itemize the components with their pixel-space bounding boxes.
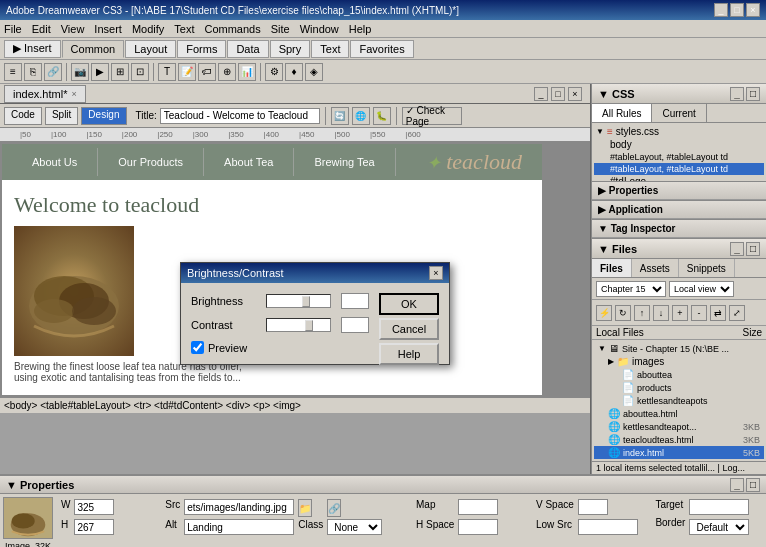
dialog-help-btn[interactable]: Help <box>379 343 439 365</box>
preview-checkbox[interactable] <box>191 341 204 354</box>
file-products[interactable]: 📄 products <box>594 381 764 394</box>
files-tab-snippets[interactable]: Snippets <box>679 259 735 277</box>
menu-help[interactable]: Help <box>349 23 372 35</box>
mode-code[interactable]: Code <box>4 107 42 125</box>
toolbar-insert[interactable]: ▶ Insert <box>4 40 61 58</box>
toolbar-icon-10[interactable]: 🏷 <box>198 63 216 81</box>
menu-site[interactable]: Site <box>271 23 290 35</box>
files-panel-expand[interactable]: □ <box>746 242 760 256</box>
files-panel-minimize[interactable]: _ <box>730 242 744 256</box>
doc-expand-btn[interactable]: □ <box>551 87 565 101</box>
files-download-btn[interactable]: ↓ <box>653 305 669 321</box>
css-rule-tablelayout2[interactable]: #tableLayout, #tableLayout td <box>594 163 764 175</box>
toolbar-icon-2[interactable]: ⎘ <box>24 63 42 81</box>
map-input[interactable] <box>458 499 498 515</box>
file-index-html[interactable]: 🌐 index.html 5KB <box>594 446 764 459</box>
css-tab-all-rules[interactable]: All Rules <box>592 104 652 122</box>
w-input[interactable] <box>74 499 114 515</box>
files-sync-btn[interactable]: ⇄ <box>710 305 726 321</box>
doc-shrink-btn[interactable]: _ <box>534 87 548 101</box>
src-btn2[interactable]: 🔗 <box>327 499 341 517</box>
toolbar-common[interactable]: Common <box>62 40 125 58</box>
menu-insert[interactable]: Insert <box>94 23 122 35</box>
files-tab-assets[interactable]: Assets <box>632 259 679 277</box>
toolbar-icon-12[interactable]: 📊 <box>238 63 256 81</box>
chapter-select[interactable]: Chapter 15 <box>596 281 666 297</box>
css-panel-expand[interactable]: □ <box>746 87 760 101</box>
alt-input[interactable] <box>184 519 294 535</box>
minimize-btn[interactable]: _ <box>714 3 728 17</box>
toolbar-icon-8[interactable]: T <box>158 63 176 81</box>
doc-close-btn[interactable]: × <box>568 87 582 101</box>
brightness-slider[interactable] <box>266 294 331 308</box>
toolbar-icon-15[interactable]: ◈ <box>305 63 323 81</box>
close-btn[interactable]: × <box>746 3 760 17</box>
toolbar-data[interactable]: Data <box>227 40 268 58</box>
src-browse-btn[interactable]: 📁 <box>298 499 312 517</box>
file-teacloud-html[interactable]: 🌐 teacloudteas.html 3KB <box>594 433 764 446</box>
files-upload-btn[interactable]: ↑ <box>634 305 650 321</box>
contrast-value[interactable]: 14 <box>341 317 369 333</box>
file-kettles-html[interactable]: 🌐 kettlesandteapot... 3KB <box>594 420 764 433</box>
toolbar-icon-13[interactable]: ⚙ <box>265 63 283 81</box>
file-kettles[interactable]: 📄 kettlesandteapots <box>594 394 764 407</box>
browser-preview[interactable]: 🌐 <box>352 107 370 125</box>
file-abouttea[interactable]: 📄 abouttea <box>594 368 764 381</box>
props-panel-exp[interactable]: □ <box>746 478 760 492</box>
toolbar-text[interactable]: Text <box>311 40 349 58</box>
menu-window[interactable]: Window <box>300 23 339 35</box>
doc-title-field[interactable] <box>160 108 320 124</box>
hspace-input[interactable] <box>458 519 498 535</box>
toolbar-layout[interactable]: Layout <box>125 40 176 58</box>
menu-modify[interactable]: Modify <box>132 23 164 35</box>
menu-text[interactable]: Text <box>174 23 194 35</box>
files-refresh-btn[interactable]: ↻ <box>615 305 631 321</box>
toolbar-icon-14[interactable]: ♦ <box>285 63 303 81</box>
mode-split[interactable]: Split <box>45 107 78 125</box>
tag-inspector-header[interactable]: ▼ Tag Inspector <box>592 220 766 238</box>
vspace-input[interactable] <box>578 499 608 515</box>
target-input[interactable] <box>689 499 749 515</box>
mode-design[interactable]: Design <box>81 107 126 125</box>
files-checkout-btn[interactable]: - <box>691 305 707 321</box>
application-header[interactable]: ▶ Application <box>592 201 766 219</box>
contrast-slider[interactable] <box>266 318 331 332</box>
toolbar-icon-11[interactable]: ⊕ <box>218 63 236 81</box>
css-file-item[interactable]: ▼ ≡ styles.css <box>594 125 764 138</box>
dialog-ok-btn[interactable]: OK <box>379 293 439 315</box>
props-panel-min[interactable]: _ <box>730 478 744 492</box>
toolbar-icon-5[interactable]: ▶ <box>91 63 109 81</box>
properties-header[interactable]: ▶ Properties <box>592 182 766 200</box>
files-tab-files[interactable]: Files <box>592 259 632 277</box>
toolbar-icon-6[interactable]: ⊞ <box>111 63 129 81</box>
menu-view[interactable]: View <box>61 23 85 35</box>
toolbar-icon-7[interactable]: ⊡ <box>131 63 149 81</box>
toolbar-icon-1[interactable]: ≡ <box>4 63 22 81</box>
menu-edit[interactable]: Edit <box>32 23 51 35</box>
toolbar-forms[interactable]: Forms <box>177 40 226 58</box>
brightness-value[interactable]: 12 <box>341 293 369 309</box>
src-input[interactable] <box>184 499 294 515</box>
view-select[interactable]: Local view <box>669 281 734 297</box>
check-page-btn[interactable]: ✓ Check Page <box>402 107 462 125</box>
toolbar-spry[interactable]: Spry <box>270 40 311 58</box>
maximize-btn[interactable]: □ <box>730 3 744 17</box>
files-connect-btn[interactable]: ⚡ <box>596 305 612 321</box>
lowsrc-input[interactable] <box>578 519 638 535</box>
menu-file[interactable]: File <box>4 23 22 35</box>
doc-tab-index[interactable]: index.html* × <box>4 85 86 103</box>
debug-icon[interactable]: 🐛 <box>373 107 391 125</box>
file-abouttea-html[interactable]: 🌐 abouttea.html <box>594 407 764 420</box>
file-images-folder[interactable]: ▶ 📁 images <box>594 355 764 368</box>
dialog-close-btn[interactable]: × <box>429 266 443 280</box>
file-site-root[interactable]: ▼ 🖥 Site - Chapter 15 (N:\BE ... <box>594 342 764 355</box>
dialog-cancel-btn[interactable]: Cancel <box>379 318 439 340</box>
css-rule-body[interactable]: body <box>594 138 764 151</box>
css-rule-tablelayout1[interactable]: #tableLayout, #tableLayout td <box>594 151 764 163</box>
align-select[interactable]: Default <box>689 519 749 535</box>
doc-tab-close[interactable]: × <box>71 89 76 99</box>
toolbar-icon-3[interactable]: 🔗 <box>44 63 62 81</box>
toolbar-icon-9[interactable]: 📝 <box>178 63 196 81</box>
css-tab-current[interactable]: Current <box>652 104 706 122</box>
file-mgmt-icon[interactable]: 🔄 <box>331 107 349 125</box>
